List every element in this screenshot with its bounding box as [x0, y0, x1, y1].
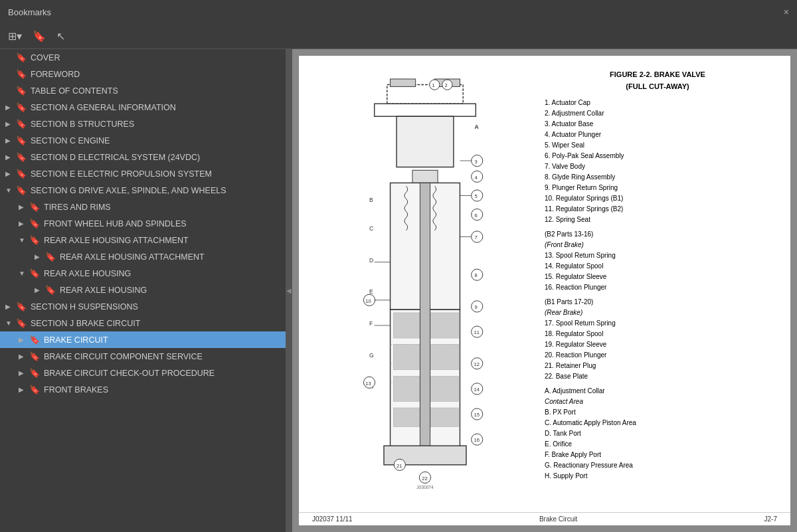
sidebar-item-label: BRAKE CIRCUIT COMPONENT SERVICE — [44, 352, 203, 361]
sidebar-item-label: SECTION E ELECTRIC PROPULSION SYSTEM — [31, 169, 212, 179]
bookmark-icon: 🔖 — [16, 69, 27, 79]
footer-right: J2-7 — [764, 515, 777, 523]
cursor-icon: ↖ — [56, 30, 65, 43]
legend-item: 13. Spool Return Spring — [545, 250, 770, 261]
bookmark-item-brake-circuit-component[interactable]: ▶🔖BRAKE CIRCUIT COMPONENT SERVICE — [0, 348, 286, 365]
bookmark-icon: 🔖 — [29, 219, 40, 228]
chevron-icon: ▶ — [19, 336, 29, 343]
svg-text:5: 5 — [474, 193, 477, 199]
svg-text:G: G — [369, 351, 374, 358]
bookmark-item-tires-rims[interactable]: ▶🔖TIRES AND RIMS — [0, 199, 286, 215]
svg-rect-13 — [393, 312, 422, 337]
sidebar-item-label: SECTION H SUSPENSIONS — [31, 302, 138, 311]
sidebar-item-label: FOREWORD — [31, 70, 80, 79]
chevron-icon: ▶ — [19, 220, 29, 227]
bookmark-icon: 🔖 — [16, 86, 27, 96]
bookmark-item-front-wheel[interactable]: ▶🔖FRONT WHEEL HUB AND SPINDLES — [0, 215, 286, 232]
pdf-page: B C — [299, 56, 790, 525]
chevron-icon: ▼ — [5, 319, 16, 327]
bookmark-button[interactable]: 🔖 — [30, 29, 48, 44]
svg-text:4: 4 — [474, 174, 478, 180]
svg-text:7: 7 — [474, 234, 477, 240]
bookmark-icon: 🔖 — [16, 152, 27, 162]
chevron-icon: ▶ — [19, 353, 29, 360]
svg-rect-5 — [412, 170, 438, 183]
svg-rect-21 — [420, 183, 430, 449]
bookmark-item-section-g[interactable]: ▼🔖SECTION G DRIVE AXLE, SPINDLE, AND WHE… — [0, 182, 286, 199]
svg-text:D: D — [369, 256, 373, 263]
sidebar-item-label: REAR AXLE HOUSING ATTACHMENT — [60, 252, 205, 262]
bookmark-item-rear-axle-housing-child[interactable]: ▶🔖REAR AXLE HOUSING — [0, 282, 286, 298]
bookmark-item-foreword[interactable]: 🔖FOREWORD — [0, 66, 286, 82]
expand-all-button[interactable]: ⊞▾ — [5, 29, 25, 44]
title-bar: Bookmarks × — [0, 0, 797, 24]
pdf-content: B C — [299, 56, 790, 512]
bookmark-item-section-a[interactable]: ▶🔖SECTION A GENERAL INFORMATION — [0, 99, 286, 116]
sidebar-item-label: SECTION G DRIVE AXLE, SPINDLE, AND WHEEL… — [31, 186, 226, 195]
chevron-icon: ▶ — [19, 369, 29, 377]
svg-rect-16 — [430, 344, 459, 369]
svg-text:15: 15 — [474, 412, 479, 418]
svg-rect-4 — [397, 116, 454, 167]
legend-item: 9. Plunger Return Spring — [545, 183, 770, 193]
title-bar-title: Bookmarks — [8, 7, 51, 17]
legend-item: E. Orifice — [545, 439, 770, 450]
legend-list: 1. Actuator Cap2. Adjustment Collar3. Ac… — [545, 98, 770, 482]
bookmark-icon: 🔖 — [16, 169, 27, 179]
bookmark-item-section-h[interactable]: ▶🔖SECTION H SUSPENSIONS — [0, 298, 286, 315]
sidebar-item-label: SECTION C ENGINE — [31, 136, 110, 145]
bookmark-item-section-b[interactable]: ▶🔖SECTION B STRUCTURES — [0, 116, 286, 132]
sidebar-item-label: COVER — [31, 53, 60, 62]
legend-item: 21. Retainer Plug — [545, 361, 770, 371]
legend-item: (Front Brake) — [545, 240, 770, 250]
bookmark-item-toc[interactable]: 🔖TABLE OF CONTENTS — [0, 82, 286, 99]
legend-item: 12. Spring Seat — [545, 215, 770, 225]
bookmark-item-front-brakes[interactable]: ▶🔖FRONT BRAKES — [0, 381, 286, 398]
footer-center: Brake Circuit — [539, 515, 577, 523]
sidebar-item-label: BRAKE CIRCUIT — [44, 335, 108, 345]
expand-icon: ⊞▾ — [8, 30, 22, 43]
bookmark-item-rear-axle-attach-parent[interactable]: ▼🔖REAR AXLE HOUSING ATTACHMENT — [0, 232, 286, 248]
legend-item: B. PX Port — [545, 407, 770, 418]
svg-rect-15 — [393, 344, 422, 369]
sidebar-item-label: REAR AXLE HOUSING — [44, 269, 131, 278]
bookmark-icon: 🔖 — [29, 351, 40, 361]
bookmark-item-brake-circuit[interactable]: ▶🔖BRAKE CIRCUIT — [0, 331, 286, 348]
svg-text:E: E — [369, 288, 373, 295]
legend-item: 6. Poly-Pak Seal Assembly — [545, 151, 770, 161]
svg-text:C: C — [369, 224, 373, 231]
svg-rect-1 — [375, 104, 476, 116]
footer-left: J02037 11/11 — [312, 515, 353, 523]
legend-item: 5. Wiper Seal — [545, 140, 770, 151]
sidebar-item-label: REAR AXLE HOUSING — [60, 286, 147, 295]
sidebar-item-label: SECTION B STRUCTURES — [31, 120, 134, 129]
pdf-view: B C — [292, 49, 797, 532]
close-button[interactable]: × — [784, 7, 789, 17]
bookmark-icon: 🔖 — [16, 185, 27, 195]
svg-text:16: 16 — [474, 437, 479, 443]
cursor-button[interactable]: ↖ — [54, 29, 68, 44]
bookmark-item-section-d[interactable]: ▶🔖SECTION D ELECTRICAL SYSTEM (24VDC) — [0, 149, 286, 165]
svg-text:F: F — [369, 319, 373, 326]
legend-item: G. Reactionary Pressure Area — [545, 460, 770, 471]
bookmark-item-section-c[interactable]: ▶🔖SECTION C ENGINE — [0, 132, 286, 149]
bookmark-item-rear-axle-attach-child[interactable]: ▶🔖REAR AXLE HOUSING ATTACHMENT — [0, 248, 286, 265]
bookmark-item-rear-axle-housing-parent[interactable]: ▼🔖REAR AXLE HOUSING — [0, 265, 286, 282]
chevron-icon: ▼ — [19, 236, 29, 244]
bookmark-item-cover[interactable]: 🔖COVER — [0, 49, 286, 66]
legend-item: 10. Regulator Springs (B1) — [545, 193, 770, 204]
svg-text:14: 14 — [474, 387, 480, 393]
legend-item: Contact Area — [545, 397, 770, 407]
resize-handle[interactable] — [286, 49, 292, 532]
bookmark-item-brake-circuit-checkout[interactable]: ▶🔖BRAKE CIRCUIT CHECK-OUT PROCEDURE — [0, 365, 286, 381]
bookmark-item-section-e[interactable]: ▶🔖SECTION E ELECTRIC PROPULSION SYSTEM — [0, 165, 286, 182]
chevron-icon: ▶ — [5, 303, 16, 310]
bookmark-item-section-j[interactable]: ▼🔖SECTION J BRAKE CIRCUIT — [0, 315, 286, 331]
sidebar-item-label: REAR AXLE HOUSING ATTACHMENT — [44, 236, 189, 245]
sidebar-item-label: FRONT WHEEL HUB AND SPINDLES — [44, 219, 187, 228]
chevron-icon: ▶ — [5, 170, 16, 177]
bookmark-icon: 🔖 — [29, 335, 40, 345]
svg-text:8: 8 — [474, 272, 477, 278]
legend-item: 11. Regulator Springs (B2) — [545, 204, 770, 215]
bookmark-icon: 🔖 — [29, 385, 40, 395]
